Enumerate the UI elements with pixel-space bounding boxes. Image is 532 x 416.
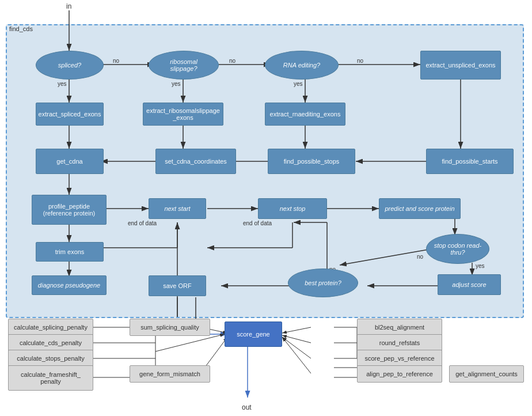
edge-label-yes5: yes <box>476 263 485 269</box>
next-stop-node: next stop <box>258 198 327 219</box>
svg-line-55 <box>282 337 311 373</box>
edge-label-end2: end of data <box>243 220 272 226</box>
find-possible-stops-node: find_possible_stops <box>268 149 355 174</box>
edge-label-no5: no <box>417 254 423 260</box>
next-start-node: next start <box>149 198 206 219</box>
edge-label-yes3: yes <box>294 81 303 87</box>
edge-label-yes2: yes <box>172 81 181 87</box>
edge-label-no1: no <box>113 58 119 64</box>
set-cdna-coordinates-node: set_cdna_coordinates <box>155 149 236 174</box>
score-gene-node: score_gene <box>225 322 282 347</box>
ribosomal-slippage-node: ribosomal slippage? <box>149 51 219 80</box>
diagram-container: find_cds in <box>0 0 532 416</box>
edge-label-end1: end of data <box>128 220 157 226</box>
bl2seq-alignment-node: bl2seq_alignment <box>357 319 442 336</box>
round-refstats-node: round_refstats <box>357 334 442 351</box>
get-alignment-counts-node: get_alignment_counts <box>449 365 524 383</box>
diagnose-pseudogene-node: diagnose pseudogene <box>32 275 107 295</box>
svg-line-53 <box>282 327 311 333</box>
rna-editing-node: RNA editing? <box>265 51 339 80</box>
sum-splicing-quality-node: sum_splicing_quality <box>130 319 210 336</box>
best-protein-node: best protein? <box>288 268 358 297</box>
calculate-frameshift-penalty-node: calculate_frameshift_ penalty <box>8 365 93 391</box>
label-in: in <box>66 2 71 10</box>
extract-spliced-exons-node: extract_spliced_exons <box>36 103 104 126</box>
stop-codon-readthru-node: stop codon read- thru? <box>426 234 489 264</box>
predict-score-protein-node: predict and score protein <box>379 198 461 219</box>
align-pep-to-reference-node: align_pep_to_reference <box>357 365 442 383</box>
score-pep-vs-reference-node: score_pep_vs_reference <box>357 350 442 367</box>
trim-exons-node: trim exons <box>36 242 104 262</box>
edge-label-yes1: yes <box>58 81 67 87</box>
save-orf-node: save ORF <box>149 275 206 296</box>
svg-line-43 <box>155 334 225 351</box>
calculate-splicing-penalty-node: calculate_splicing_penalty <box>8 319 93 336</box>
extract-rnaediting-exons-node: extract_rnaediting_exons <box>265 103 345 126</box>
find-possible-starts-node: find_possible_starts <box>426 149 514 174</box>
get-cdna-node: get_cdna <box>36 149 104 174</box>
calculate-cds-penalty-node: calculate_cds_penalty <box>8 334 93 351</box>
calculate-stops-penalty-node: calculate_stops_penalty <box>8 350 93 367</box>
extract-ribosomal-slippage-exons-node: extract_ribosomalslippage _exons <box>143 103 223 126</box>
profile-peptide-node: profile_peptide (reference protein) <box>32 195 107 225</box>
svg-line-52 <box>282 335 311 343</box>
extract-unspliced-exons-node: extract_unspliced_exons <box>420 51 501 80</box>
svg-line-54 <box>282 337 311 358</box>
spliced-node: spliced? <box>36 51 104 80</box>
edge-label-no3: no <box>357 58 363 64</box>
label-out: out <box>242 403 252 411</box>
adjust-score-node: adjust score <box>438 274 501 295</box>
find-cds-label: find_cds <box>9 25 33 32</box>
edge-label-no2: no <box>229 58 235 64</box>
gene-form-mismatch-node: gene_form_mismatch <box>130 365 210 383</box>
